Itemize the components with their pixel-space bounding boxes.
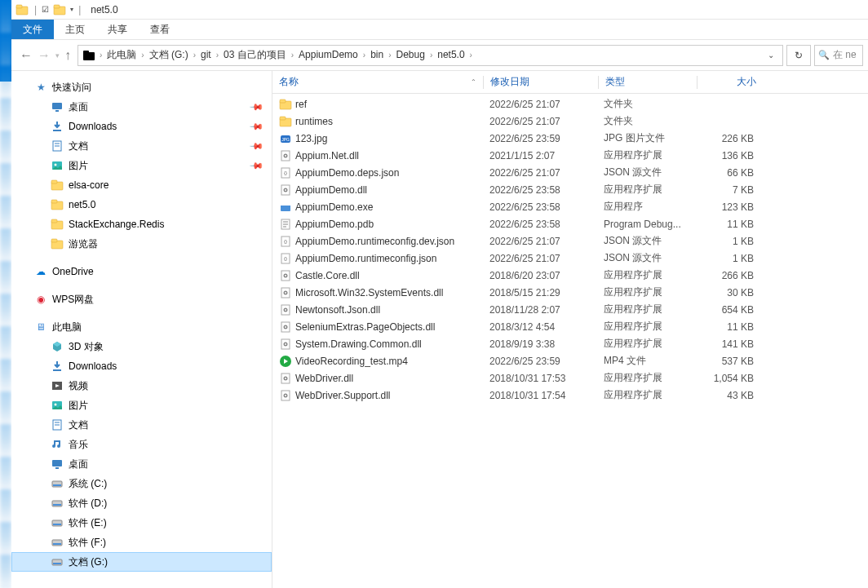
chevron-right-icon[interactable]: › <box>192 51 197 60</box>
file-rows[interactable]: ref2022/6/25 21:07文件夹runtimes2022/6/25 2… <box>272 94 868 588</box>
qat-item[interactable]: ☑ <box>42 5 49 14</box>
file-row[interactable]: AppiumDemo.pdb2022/6/25 23:58Program Deb… <box>272 215 868 232</box>
file-row[interactable]: Castle.Core.dll2018/6/20 23:07应用程序扩展266 … <box>272 267 868 284</box>
sidebar-item[interactable]: Downloads📌 <box>11 117 272 136</box>
column-date[interactable]: 修改日期 <box>484 75 598 89</box>
tab-view[interactable]: 查看 <box>139 20 181 39</box>
breadcrumb-dropdown-icon[interactable]: ⌄ <box>761 51 781 60</box>
sidebar-this-pc[interactable]: 🖥 此电脑 <box>11 317 272 337</box>
download-icon <box>51 360 64 373</box>
refresh-button[interactable]: ↻ <box>786 45 811 66</box>
sidebar-item[interactable]: 视频 <box>11 376 272 396</box>
breadcrumb-item[interactable]: 文档 (G:) <box>146 49 192 60</box>
file-size: 226 KB <box>695 133 760 144</box>
tab-home[interactable]: 主页 <box>54 20 96 39</box>
star-icon: ★ <box>34 81 47 94</box>
search-input[interactable]: 🔍 在 ne <box>814 45 863 66</box>
sidebar-item-label: net5.0 <box>69 199 95 210</box>
svg-point-83 <box>285 395 286 396</box>
sidebar-quick-access[interactable]: ★ 快速访问 <box>11 77 272 97</box>
file-date: 2022/6/25 23:59 <box>483 133 597 144</box>
file-name: AppiumDemo.runtimeconfig.json <box>295 253 436 264</box>
svg-point-73 <box>285 326 286 328</box>
sidebar-item[interactable]: Downloads <box>11 356 272 376</box>
sidebar-item[interactable]: 桌面📌 <box>11 97 272 117</box>
svg-rect-38 <box>53 543 61 545</box>
column-name[interactable]: 名称⌃ <box>272 75 483 89</box>
back-button[interactable]: ← <box>20 48 33 63</box>
sidebar-item[interactable]: 文档 <box>11 415 272 435</box>
file-row[interactable]: WebDriver.Support.dll2018/10/31 17:54应用程… <box>272 387 868 404</box>
file-row[interactable]: AppiumDemo.dll2022/6/25 23:58应用程序扩展7 KB <box>272 181 868 198</box>
breadcrumb-item[interactable]: 03 自己的项目 <box>220 49 290 60</box>
chevron-right-icon[interactable]: › <box>215 51 220 60</box>
tab-share[interactable]: 共享 <box>96 20 139 39</box>
sidebar-item-label: 系统 (C:) <box>69 477 107 491</box>
chevron-right-icon[interactable]: › <box>387 51 392 60</box>
sidebar-item[interactable]: 桌面 <box>11 454 272 474</box>
forward-button[interactable]: → <box>38 48 51 63</box>
sidebar-item[interactable]: 音乐 <box>11 435 272 454</box>
file-date: 2022/6/25 23:59 <box>483 356 597 367</box>
file-row[interactable]: Appium.Net.dll2021/1/15 2:07应用程序扩展136 KB <box>272 147 868 164</box>
file-size: 1 KB <box>695 253 760 264</box>
file-name: WebDriver.Support.dll <box>295 390 391 401</box>
chevron-right-icon[interactable]: › <box>468 51 474 60</box>
column-size[interactable]: 大小 <box>698 75 763 89</box>
file-row[interactable]: Newtonsoft.Json.dll2018/11/28 2:07应用程序扩展… <box>272 301 868 318</box>
pin-icon: 📌 <box>248 157 264 173</box>
sidebar-item[interactable]: 3D 对象 <box>11 337 272 356</box>
recent-dropdown-icon[interactable]: ▾ <box>55 51 60 60</box>
file-row[interactable]: AppiumDemo.exe2022/6/25 23:58应用程序123 KB <box>272 198 868 215</box>
breadcrumb-item[interactable]: AppiumDemo <box>295 49 361 60</box>
file-row[interactable]: Microsoft.Win32.SystemEvents.dll2018/5/1… <box>272 284 868 301</box>
breadcrumb-item[interactable]: bin <box>367 49 387 60</box>
sidebar-item[interactable]: 文档 (G:) <box>11 552 272 572</box>
qat-dropdown-icon[interactable]: ▾ <box>70 6 73 13</box>
file-row[interactable]: System.Drawing.Common.dll2018/9/19 3:38应… <box>272 335 868 352</box>
file-type: 应用程序扩展 <box>597 371 695 385</box>
chevron-right-icon[interactable]: › <box>98 51 104 60</box>
wps-icon: ◉ <box>34 293 47 306</box>
sidebar-item[interactable]: 图片📌 <box>11 156 272 175</box>
file-row[interactable]: {}AppiumDemo.runtimeconfig.dev.json2022/… <box>272 232 868 250</box>
sidebar[interactable]: ★ 快速访问 桌面📌Downloads📌文档📌图片📌elsa-corenet5.… <box>11 71 272 588</box>
chevron-right-icon[interactable]: › <box>290 51 295 60</box>
sidebar-item[interactable]: elsa-core <box>11 175 272 195</box>
file-date: 2018/9/19 3:38 <box>483 338 597 350</box>
sidebar-item[interactable]: 软件 (D:) <box>11 493 272 513</box>
sidebar-item[interactable]: 软件 (E:) <box>11 513 272 533</box>
svg-point-70 <box>285 309 286 311</box>
breadcrumb[interactable]: › 此电脑›文档 (G:)›git›03 自己的项目›AppiumDemo›bi… <box>78 45 783 66</box>
titlebar[interactable]: | ☑ ▾ | net5.0 <box>11 0 868 20</box>
up-button[interactable]: ↑ <box>64 48 71 63</box>
tab-file[interactable]: 文件 <box>11 20 54 39</box>
sidebar-item[interactable]: StackExchange.Redis <box>11 214 272 234</box>
file-row[interactable]: {}AppiumDemo.runtimeconfig.json2022/6/25… <box>272 250 868 267</box>
disk-icon <box>51 477 64 490</box>
breadcrumb-item[interactable]: net5.0 <box>434 49 467 60</box>
chevron-right-icon[interactable]: › <box>140 51 145 60</box>
file-row[interactable]: VideoRecording_test.mp42022/6/25 23:59MP… <box>272 352 868 369</box>
sidebar-item[interactable]: net5.0 <box>11 195 272 214</box>
sidebar-item[interactable]: 软件 (F:) <box>11 533 272 552</box>
sidebar-item[interactable]: 文档📌 <box>11 136 272 156</box>
breadcrumb-item[interactable]: git <box>197 49 215 60</box>
breadcrumb-item[interactable]: Debug <box>393 49 428 60</box>
file-row[interactable]: JPG123.jpg2022/6/25 23:59JPG 图片文件226 KB <box>272 130 868 147</box>
file-date: 2018/10/31 17:54 <box>483 390 597 401</box>
file-row[interactable]: SeleniumExtras.PageObjects.dll2018/3/12 … <box>272 318 868 335</box>
sidebar-onedrive[interactable]: ☁ OneDrive <box>11 262 272 281</box>
column-type[interactable]: 类型 <box>599 75 697 89</box>
file-row[interactable]: runtimes2022/6/25 21:07文件夹 <box>272 113 868 130</box>
breadcrumb-item[interactable]: 此电脑 <box>104 49 140 60</box>
file-row[interactable]: ref2022/6/25 21:07文件夹 <box>272 95 868 113</box>
picture-icon <box>51 399 64 412</box>
sidebar-wps[interactable]: ◉ WPS网盘 <box>11 290 272 309</box>
sidebar-item[interactable]: 游览器 <box>11 234 272 254</box>
file-row[interactable]: WebDriver.dll2018/10/31 17:53应用程序扩展1,054… <box>272 369 868 387</box>
sidebar-item[interactable]: 系统 (C:) <box>11 474 272 493</box>
file-size: 1 KB <box>695 236 760 247</box>
file-row[interactable]: {}AppiumDemo.deps.json2022/6/25 21:07JSO… <box>272 164 868 181</box>
sidebar-item[interactable]: 图片 <box>11 396 272 415</box>
